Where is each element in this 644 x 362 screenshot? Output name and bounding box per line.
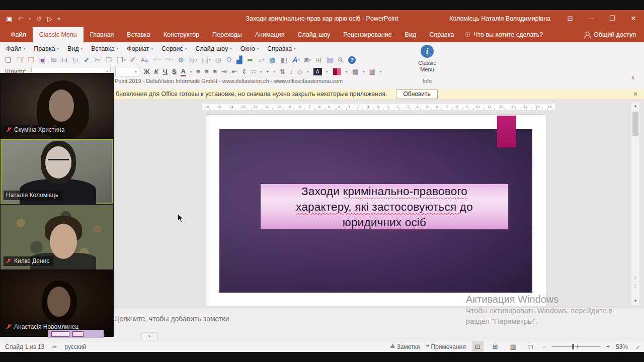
classic-menu-button[interactable]: i Classic Menu <box>414 44 441 76</box>
video-call-overlay[interactable]: Скуміна Христина Наталія Коломієць Килко… <box>0 73 114 337</box>
tab-view[interactable]: Вид <box>398 27 423 42</box>
notification-close-icon[interactable]: ✕ <box>633 90 638 98</box>
shape-fill-button[interactable]: ◇ <box>297 68 302 75</box>
tab-slideshow[interactable]: Слайд-шоу <box>291 27 337 42</box>
help-icon[interactable]: ? <box>348 56 356 64</box>
menu-file-button[interactable]: Файл ▾ <box>6 45 25 52</box>
slideshow-view-button[interactable]: ⊓ <box>525 341 536 352</box>
undo-icon[interactable]: ↶ ▾ <box>152 56 160 64</box>
participant-video-2-active-speaker[interactable]: Наталія Коломієць <box>1 139 113 204</box>
pane-splitter-button[interactable]: ▾ <box>141 332 157 340</box>
close-button[interactable]: ✕ <box>623 10 644 27</box>
collapse-ribbon-button[interactable]: ∧ <box>631 74 635 81</box>
date-time-icon[interactable]: ◷ <box>215 56 222 64</box>
underline-button[interactable]: Ч <box>163 68 168 75</box>
format-painter-icon[interactable]: ✐ <box>130 56 136 64</box>
clear-formatting-icon[interactable]: Aa <box>141 57 148 63</box>
email-icon[interactable]: ✉ <box>51 56 57 64</box>
restore-button[interactable]: ❐ <box>602 10 623 27</box>
zoom-in-button[interactable]: + <box>606 343 610 350</box>
spelling-icon[interactable]: ✓ <box>84 56 90 64</box>
zoom-slider-thumb[interactable] <box>572 344 574 349</box>
redo-button[interactable]: ↺ <box>36 15 42 23</box>
menu-format-button[interactable]: Формат ▾ <box>127 45 153 52</box>
font-size-combo[interactable]: ▾ <box>115 67 139 76</box>
tab-classic-menu[interactable]: Classic Menu <box>33 27 84 42</box>
participant-video-4[interactable]: Анастасія Новомлинец <box>1 270 113 335</box>
scroll-up-icon[interactable]: ▴ <box>631 102 639 110</box>
vertical-scrollbar[interactable]: ▴ ˇˇ ˇˇ ▾ <box>631 102 639 305</box>
zoom-out-button[interactable]: − <box>542 343 546 350</box>
qat-more-button[interactable]: ▾ <box>58 17 60 21</box>
bold-button[interactable]: Ж <box>144 68 150 75</box>
new-slide-button[interactable]: ▤ <box>352 68 358 75</box>
screenshot-icon[interactable]: ◧ <box>281 56 288 64</box>
hyperlink-icon[interactable]: ⊕ <box>178 56 185 64</box>
normal-view-button[interactable]: ⊡ <box>472 341 484 352</box>
menu-tools-button[interactable]: Сервис ▾ <box>162 45 187 52</box>
gridlines-icon[interactable]: ▦ <box>327 56 334 64</box>
undo-caret[interactable]: ▾ <box>29 17 31 21</box>
chart-icon[interactable]: ▟ <box>236 56 243 64</box>
theme-colors-button[interactable] <box>333 68 341 75</box>
align-right-button[interactable]: ≡ <box>213 68 217 75</box>
bullets-button[interactable]: • <box>267 68 269 75</box>
print-preview-icon[interactable]: ⊡ <box>72 56 79 64</box>
new-document-icon[interactable]: ❏ <box>5 56 12 64</box>
ribbon-display-options-button[interactable]: ⊡ <box>559 10 581 27</box>
menu-edit-button[interactable]: Правка ▾ <box>34 45 59 52</box>
tab-transitions[interactable]: Переходы <box>206 27 249 42</box>
slide-canvas[interactable]: Заходи кримінально-правового характеру, … <box>206 115 546 306</box>
spellcheck-status-icon[interactable]: ✑ <box>52 343 57 350</box>
tab-file[interactable]: Файл <box>4 27 33 42</box>
copy-icon[interactable]: ❐ <box>106 56 113 64</box>
photo-album-icon[interactable]: ◙ ▾ <box>304 56 311 64</box>
tab-insert[interactable]: Вставка <box>120 27 156 42</box>
slide-title-textbox[interactable]: Заходи кримінально-правового характеру, … <box>260 183 509 230</box>
tab-review[interactable]: Рецензирование <box>337 27 398 42</box>
zoom-level[interactable]: 53% <box>616 343 628 350</box>
fit-to-window-button[interactable]: ↔ <box>632 342 641 351</box>
paste-icon[interactable]: ❒ ▾ <box>117 56 125 64</box>
notes-toggle[interactable]: ≜ Заметки <box>390 343 420 350</box>
language-status[interactable]: русский <box>64 343 86 350</box>
picture-icon[interactable]: ▩ <box>269 56 276 64</box>
horizontal-ruler[interactable]: 1615141312111098765432101234567891011121… <box>201 103 555 111</box>
start-slideshow-button[interactable]: ▷ <box>47 15 52 23</box>
indent-less-button[interactable]: ⇤ <box>231 68 237 75</box>
undo-button[interactable]: ↶ <box>18 15 23 23</box>
scroll-down-icon[interactable]: ▾ <box>631 297 639 305</box>
notes-placeholder[interactable]: Щелкните, чтобы добавить заметки <box>113 315 229 323</box>
update-button[interactable]: Обновить <box>396 89 437 99</box>
tab-home[interactable]: Главная <box>84 27 121 42</box>
open-icon[interactable]: ❒ <box>17 56 24 64</box>
menu-window-button[interactable]: Окно ▾ <box>240 45 259 52</box>
insert-table-icon[interactable]: ⊞ ▾ <box>189 56 197 64</box>
symbol-icon[interactable]: Ω <box>226 56 232 64</box>
participant-video-1[interactable]: Скуміна Христина <box>1 73 113 138</box>
menu-slideshow-button[interactable]: Слайд-шоу ▾ <box>195 45 231 52</box>
menu-view-button[interactable]: Вид ▾ <box>67 45 83 52</box>
share-button[interactable]: Общий доступ <box>584 27 636 42</box>
wordart-icon[interactable]: A ▾ <box>292 56 300 64</box>
tab-help[interactable]: Справка <box>423 27 460 42</box>
tab-animations[interactable]: Анимация <box>249 27 291 42</box>
font-color-button[interactable]: А <box>181 67 185 76</box>
align-text-button[interactable]: ↕ <box>290 68 293 75</box>
next-slide-button[interactable]: ˇˇ <box>631 287 639 295</box>
menu-help-button[interactable]: Справка ▾ <box>267 45 296 52</box>
indent-more-button[interactable]: ⇥ <box>221 68 227 75</box>
italic-button[interactable]: К <box>154 68 158 75</box>
smartart-icon[interactable]: ➦ <box>247 56 254 64</box>
line-spacing-button[interactable]: ⇕ <box>242 68 247 75</box>
zoom-search-icon[interactable]: ⚲ <box>338 56 344 64</box>
menu-insert-button[interactable]: Вставка ▾ <box>91 45 118 52</box>
dropdown-caret-icon[interactable]: ▾ <box>190 70 192 74</box>
align-left-button[interactable]: ≡ <box>196 68 200 75</box>
numbering-button[interactable]: ∷ <box>252 68 256 75</box>
print-icon[interactable]: ⊟ <box>62 56 68 64</box>
scrollbar-thumb[interactable] <box>632 112 638 136</box>
participant-video-3[interactable]: Килко Денис <box>1 205 113 269</box>
minimize-button[interactable]: — <box>581 10 602 27</box>
table-icon[interactable]: ⊞ <box>315 56 322 64</box>
